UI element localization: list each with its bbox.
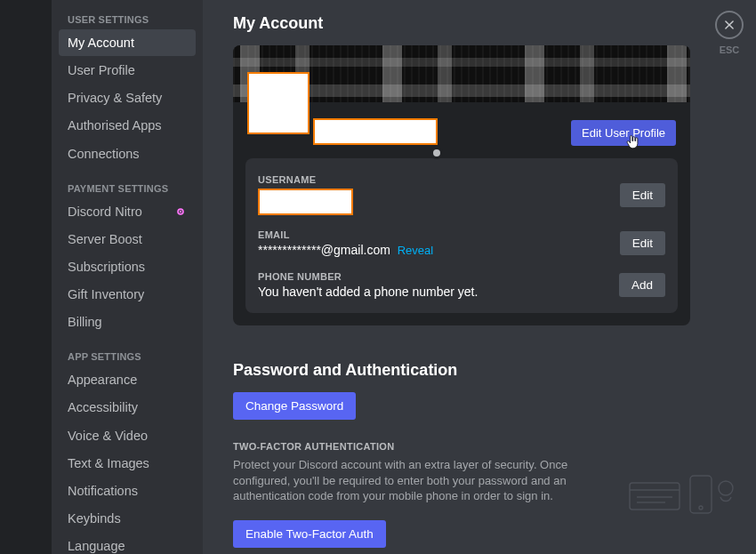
profile-card: Edit User Profile USERNAME Edit EMAIL **…	[233, 45, 690, 325]
sidebar-item-privacy-safety[interactable]: Privacy & Safety	[59, 84, 196, 111]
sidebar-item-authorised-apps[interactable]: Authorised Apps	[59, 112, 196, 139]
sidebar-item-user-profile[interactable]: User Profile	[59, 57, 196, 84]
sidebar-item-label: My Account	[68, 35, 134, 51]
svg-rect-8	[690, 476, 712, 513]
sidebar-item-label: User Profile	[68, 62, 135, 78]
sidebar-item-label: Accessibility	[68, 399, 138, 415]
info-row-email: EMAIL *************@gmail.com Reveal Edi…	[258, 224, 665, 266]
sidebar-item-gift-inventory[interactable]: Gift Inventory	[59, 281, 196, 308]
sidebar-item-label: Server Boost	[68, 231, 142, 247]
sidebar-item-label: Subscriptions	[68, 259, 145, 275]
svg-point-1	[180, 211, 181, 213]
field-label-username: USERNAME	[258, 174, 620, 185]
username-display	[313, 118, 438, 145]
close-wrap: ESC	[715, 11, 744, 55]
sidebar-item-keybinds[interactable]: Keybinds	[59, 505, 196, 532]
sidebar-item-label: Connections	[68, 146, 140, 162]
sidebar-item-notifications[interactable]: Notifications	[59, 478, 196, 504]
change-password-button[interactable]: Change Password	[233, 392, 356, 420]
sidebar-item-label: Text & Images	[68, 455, 149, 471]
email-value: *************@gmail.com Reveal	[258, 243, 620, 257]
field-label-phone: PHONE NUMBER	[258, 271, 619, 282]
sidebar-section-header-payment-settings: PAYMENT SETTINGS	[59, 178, 196, 197]
sidebar-item-label: Keybinds	[68, 510, 121, 526]
account-info-panel: USERNAME Edit EMAIL *************@gmail.…	[245, 158, 678, 313]
email-masked: *************@gmail.com	[258, 243, 390, 257]
edit-email-button[interactable]: Edit	[620, 231, 665, 255]
sidebar-item-label: Notifications	[68, 483, 138, 499]
sidebar-item-text-images[interactable]: Text & Images	[59, 450, 196, 477]
svg-point-9	[699, 506, 703, 510]
edit-username-button[interactable]: Edit	[620, 183, 665, 207]
field-label-email: EMAIL	[258, 229, 620, 240]
sidebar-item-label: Appearance	[68, 372, 137, 388]
sidebar-item-label: Authorised Apps	[68, 117, 162, 133]
sidebar-item-connections[interactable]: Connections	[59, 141, 196, 167]
twofa-illustration-icon	[624, 467, 740, 520]
sidebar-item-server-boost[interactable]: Server Boost	[59, 226, 196, 253]
sidebar-item-label: Language	[68, 538, 125, 554]
sidebar-item-my-account[interactable]: My Account	[59, 29, 196, 56]
sidebar-item-label: Voice & Video	[68, 428, 148, 444]
svg-rect-4	[630, 483, 680, 510]
sidebar-item-discord-nitro[interactable]: Discord Nitro	[59, 198, 196, 225]
esc-label: ESC	[720, 44, 740, 55]
close-icon	[723, 19, 736, 31]
phone-value: You haven't added a phone number yet.	[258, 285, 619, 299]
close-button[interactable]	[715, 11, 744, 39]
username-value	[258, 189, 353, 215]
sidebar-section-header-user-settings: USER SETTINGS	[59, 9, 196, 28]
info-row-phone: PHONE NUMBER You haven't added a phone n…	[258, 266, 665, 301]
sidebar-item-label: Gift Inventory	[68, 286, 144, 302]
page-title: My Account	[233, 14, 731, 33]
enable-twofa-button[interactable]: Enable Two-Factor Auth	[233, 520, 386, 548]
sidebar-item-subscriptions[interactable]: Subscriptions	[59, 253, 196, 280]
svg-point-10	[719, 481, 733, 495]
content-area: ESC My Account Edit User Profile USERNAM…	[203, 0, 756, 554]
reveal-email-link[interactable]: Reveal	[398, 244, 433, 257]
profile-header: Edit User Profile	[233, 102, 690, 158]
twofa-description: Protect your Discord account with an ext…	[233, 457, 607, 504]
edit-user-profile-button[interactable]: Edit User Profile	[571, 120, 676, 146]
add-phone-button[interactable]: Add	[619, 273, 665, 297]
sidebar-item-language[interactable]: Language	[59, 533, 196, 554]
info-row-username: USERNAME Edit	[258, 171, 665, 224]
password-auth-title: Password and Authentication	[233, 361, 731, 380]
sidebar-item-appearance[interactable]: Appearance	[59, 366, 196, 393]
sidebar-item-label: Billing	[68, 314, 102, 330]
status-indicator-icon	[430, 147, 443, 159]
settings-sidebar: USER SETTINGS My Account User Profile Pr…	[52, 0, 203, 554]
sidebar-item-billing[interactable]: Billing	[59, 309, 196, 335]
app-left-strip	[0, 0, 52, 554]
sidebar-section-header-app-settings: APP SETTINGS	[59, 346, 196, 365]
sidebar-item-label: Discord Nitro	[68, 204, 142, 220]
nitro-badge-icon	[174, 205, 187, 218]
sidebar-item-voice-video[interactable]: Voice & Video	[59, 422, 196, 449]
avatar[interactable]	[247, 72, 310, 134]
sidebar-item-label: Privacy & Safety	[68, 90, 162, 106]
sidebar-item-accessibility[interactable]: Accessibility	[59, 394, 196, 421]
twofa-label: TWO-FACTOR AUTHENTICATION	[233, 441, 731, 452]
